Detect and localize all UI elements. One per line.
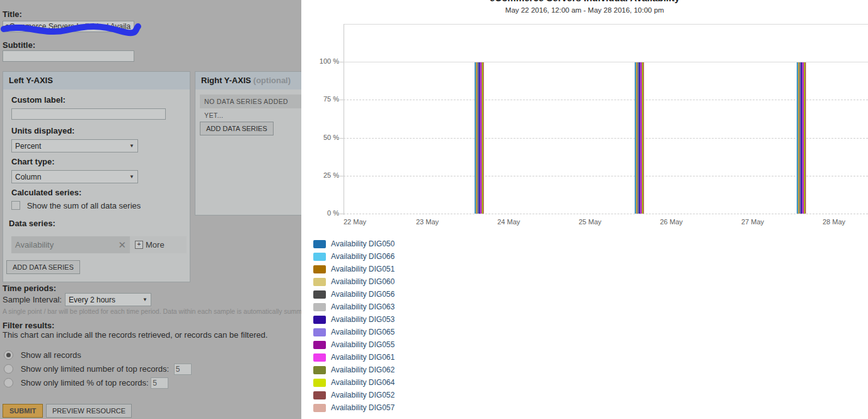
chevron-down-icon: ▼ [142, 297, 148, 302]
radio-limit-number-records[interactable]: Show only limited number of top records: [4, 364, 192, 375]
radio-label: Show only limited number of top records: [21, 364, 170, 374]
sum-checkbox-label: Show the sum of all data series [27, 201, 141, 210]
legend-swatch [313, 391, 326, 399]
filter-results-description: This chart can include all the records r… [3, 330, 268, 340]
legend-swatch [313, 253, 326, 261]
legend-swatch [313, 341, 326, 349]
bar-cluster-1 [475, 62, 484, 214]
legend-item[interactable]: Availability DIG052 [313, 389, 395, 401]
legend-label: Availability DIG065 [331, 328, 395, 336]
legend-item[interactable]: Availability DIG051 [313, 263, 395, 275]
sample-interval-label: Sample Interval: [3, 295, 62, 304]
y-tick-label: 0 % [306, 209, 339, 217]
legend-item[interactable]: Availability DIG064 [313, 376, 395, 389]
radio-button-icon[interactable] [4, 378, 13, 387]
legend-item[interactable]: Availability DIG063 [313, 301, 395, 313]
x-tick-label: 24 May [497, 218, 520, 226]
title-label: Title: [3, 9, 22, 19]
no-data-series-message: NO DATA SERIES ADDED YET... [200, 95, 304, 108]
legend-item[interactable]: Availability DIG062 [313, 364, 395, 376]
y-axis-line [344, 24, 344, 215]
radio-label: Show all records [21, 350, 81, 360]
legend-swatch [313, 316, 326, 324]
y-axis-tick [340, 138, 344, 139]
legend-item[interactable]: Availability DIG056 [313, 288, 395, 301]
title-input[interactable] [3, 21, 134, 32]
units-select-value: Percent [15, 142, 41, 151]
legend-swatch [313, 353, 326, 362]
chart-type-select-value: Column [15, 173, 41, 181]
left-y-axis-section: Left Y-AXIS Custom label: Units displaye… [3, 71, 190, 282]
column-bar[interactable] [483, 62, 484, 214]
legend-label: Availability DIG057 [331, 403, 395, 412]
units-select[interactable]: Percent ▼ [11, 139, 138, 152]
radio-show-all-records[interactable]: Show all records [4, 350, 81, 360]
chevron-down-icon: ▼ [129, 143, 134, 149]
legend-swatch [313, 379, 326, 387]
x-tick-label: 27 May [741, 218, 764, 226]
legend-label: Availability DIG062 [331, 365, 395, 374]
legend-swatch [313, 290, 326, 299]
y-tick-label: 25 % [306, 171, 339, 179]
right-y-axis-section: Right Y-AXIS (optional) NO DATA SERIES A… [195, 71, 304, 215]
legend-item[interactable]: Availability DIG057 [313, 401, 395, 414]
legend-label: Availability DIG064 [331, 378, 395, 387]
legend-swatch [313, 404, 326, 412]
legend-swatch [313, 303, 326, 311]
legend-label: Availability DIG050 [331, 239, 395, 248]
legend-item[interactable]: Availability DIG066 [313, 250, 395, 263]
gridline-75 [344, 100, 868, 100]
units-displayed-label: Units displayed: [11, 126, 74, 135]
legend-label: Availability DIG055 [331, 340, 395, 349]
legend-swatch [313, 366, 326, 374]
data-series-label: Data series: [9, 219, 55, 228]
expand-more-icon[interactable]: + [135, 241, 143, 249]
preview-resource-button[interactable]: PREVIEW RESOURCE [46, 404, 132, 418]
left-add-data-series-button[interactable]: ADD DATA SERIES [6, 260, 80, 274]
radio-button-icon[interactable] [4, 364, 13, 374]
chart-config-panel: Title: Subtitle: Left Y-AXIS Custom labe… [0, 0, 301, 419]
legend-swatch [313, 278, 326, 286]
limit-percent-input[interactable] [151, 377, 168, 389]
data-series-name: Availability [15, 240, 54, 250]
column-bar[interactable] [806, 62, 806, 214]
right-y-axis-header: Right Y-AXIS (optional) [195, 72, 304, 89]
legend-item[interactable]: Availability DIG055 [313, 338, 395, 351]
submit-button[interactable]: SUBMIT [3, 404, 43, 418]
more-label[interactable]: More [146, 240, 165, 250]
legend-item[interactable]: Availability DIG053 [313, 313, 395, 326]
radio-limit-percent-records[interactable]: Show only limited % of top records: [4, 377, 168, 389]
sample-interval-select[interactable]: Every 2 hours ▼ [65, 293, 151, 306]
right-y-axis-optional-text: (optional) [253, 76, 291, 85]
calculated-series-label: Calculated series: [11, 188, 81, 197]
right-add-data-series-button[interactable]: ADD DATA SERIES [200, 122, 274, 135]
radio-label: Show only limited % of top records: [21, 378, 149, 387]
legend-swatch [313, 328, 326, 336]
legend-label: Availability DIG053 [331, 315, 395, 324]
legend-item[interactable]: Availability DIG050 [313, 238, 395, 250]
data-series-item: Availability ✕ [11, 236, 130, 253]
y-axis-tick [340, 100, 344, 100]
legend-item[interactable]: Availability DIG060 [313, 275, 395, 288]
legend-item[interactable]: Availability DIG065 [313, 326, 395, 338]
custom-label-input[interactable] [11, 108, 166, 120]
radio-button-icon[interactable] [4, 350, 13, 360]
remove-series-icon[interactable]: ✕ [118, 240, 126, 250]
sum-checkbox[interactable] [11, 201, 20, 210]
y-axis-tick [340, 62, 344, 62]
legend-label: Availability DIG063 [331, 302, 395, 311]
chart-type-select[interactable]: Column ▼ [11, 170, 138, 183]
y-tick-label: 75 % [306, 95, 339, 103]
y-tick-label: 50 % [306, 134, 339, 141]
limit-number-input[interactable] [174, 364, 192, 375]
y-axis-tick [340, 214, 344, 214]
y-axis-tick [340, 176, 344, 176]
x-tick-label: 22 May [344, 218, 366, 226]
chart-type-label: Chart type: [11, 157, 55, 166]
legend-item[interactable]: Availability DIG061 [313, 351, 395, 364]
y-tick-label: 100 % [306, 57, 339, 65]
column-bar[interactable] [644, 62, 644, 214]
subtitle-input[interactable] [3, 50, 134, 62]
gridline-50 [344, 138, 868, 139]
sum-checkbox-row: Show the sum of all data series [11, 201, 141, 210]
